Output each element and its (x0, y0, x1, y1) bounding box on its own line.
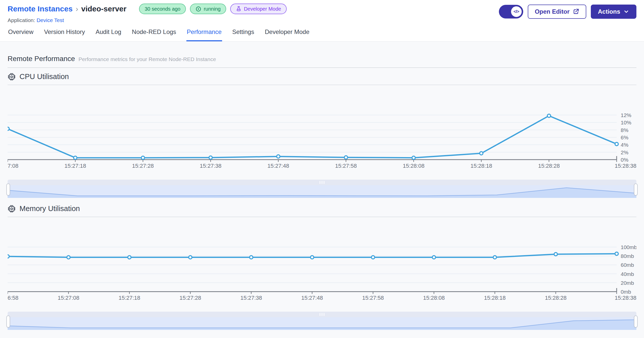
cpu-chip-icon (8, 73, 16, 81)
status-badges: 30 seconds ago running (139, 4, 287, 14)
application-link[interactable]: Device Test (36, 17, 64, 23)
tab-audit-log[interactable]: Audit Log (95, 23, 122, 41)
svg-text:100mb: 100mb (621, 244, 636, 250)
svg-text:15:27:58: 15:27:58 (362, 295, 384, 301)
cpu-brush-grip[interactable] (8, 180, 636, 185)
svg-text:40mb: 40mb (621, 271, 634, 277)
code-icon: </> (511, 6, 522, 17)
cpu-brush (8, 180, 636, 198)
svg-text:0mb: 0mb (621, 289, 631, 295)
developer-mode-toggle[interactable]: </> (499, 5, 523, 18)
play-circle-icon (196, 6, 201, 12)
cpu-brush-handle-left[interactable] (6, 183, 10, 196)
cpu-brush-handle-right[interactable] (634, 183, 638, 196)
status-label: running (204, 6, 221, 12)
application-row: Application: Device Test (8, 17, 287, 23)
developer-mode-badge: Developer Mode (230, 4, 287, 14)
cpu-chart[interactable]: 0%2%4%6%8%10%12%7:0815:27:1815:27:2815:2… (8, 86, 636, 171)
svg-text:15:27:48: 15:27:48 (301, 295, 323, 301)
svg-text:15:27:38: 15:27:38 (240, 295, 262, 301)
page-title: Remote Performance (8, 55, 75, 63)
tab-version-history[interactable]: Version History (44, 23, 85, 41)
performance-panel: Remote Performance Performance metrics f… (0, 42, 644, 338)
memory-brush-handle-left[interactable] (6, 315, 10, 328)
tab-bar: Overview Version History Audit Log Node-… (0, 23, 644, 42)
svg-text:15:27:18: 15:27:18 (64, 163, 86, 169)
svg-text:6%: 6% (621, 135, 628, 140)
divider (8, 217, 636, 217)
svg-text:15:27:48: 15:27:48 (267, 163, 289, 169)
developer-mode-label: Developer Mode (244, 6, 281, 12)
svg-text:0%: 0% (621, 157, 628, 163)
topbar-actions: </> Open Editor Actions (499, 5, 636, 19)
breadcrumb-current: video-server (81, 5, 126, 13)
actions-button[interactable]: Actions (591, 5, 636, 19)
svg-text:20mb: 20mb (621, 280, 634, 286)
svg-text:10%: 10% (621, 120, 631, 125)
external-link-icon (573, 8, 579, 15)
svg-text:7:08: 7:08 (8, 163, 18, 169)
status-badge: running (190, 4, 226, 14)
svg-text:15:28:18: 15:28:18 (471, 163, 492, 169)
svg-text:15:27:08: 15:27:08 (58, 295, 80, 301)
page: Remote Instances › video-server 30 secon… (0, 0, 644, 338)
memory-brush-minichart (8, 317, 636, 330)
svg-text:15:27:28: 15:27:28 (132, 163, 154, 169)
memory-brush-area[interactable] (8, 317, 636, 330)
application-label: Application: (8, 17, 35, 23)
svg-text:12%: 12% (621, 112, 631, 118)
tab-developer-mode[interactable]: Developer Mode (264, 23, 310, 41)
tab-performance[interactable]: Performance (186, 23, 222, 41)
svg-text:8%: 8% (621, 127, 628, 133)
divider (8, 67, 636, 68)
memory-chart-title: Memory Utilisation (19, 204, 80, 213)
page-subtitle: Performance metrics for your Remote Node… (79, 56, 216, 62)
memory-brush-handle-right[interactable] (634, 315, 638, 328)
divider (8, 85, 636, 85)
memory-section-header: Memory Utilisation (8, 204, 636, 213)
svg-text:6:58: 6:58 (8, 295, 18, 301)
flask-icon (236, 6, 242, 12)
topbar-left: Remote Instances › video-server 30 secon… (8, 4, 287, 23)
breadcrumb-separator: › (76, 5, 78, 13)
memory-brush (8, 312, 636, 330)
tab-overview[interactable]: Overview (8, 23, 34, 41)
svg-text:15:28:08: 15:28:08 (403, 163, 425, 169)
svg-text:15:27:18: 15:27:18 (119, 295, 140, 301)
svg-text:60mb: 60mb (621, 262, 634, 268)
cpu-brush-area[interactable] (8, 185, 636, 198)
svg-text:15:28:28: 15:28:28 (545, 295, 567, 301)
svg-text:15:28:38: 15:28:38 (615, 163, 636, 169)
svg-text:15:27:58: 15:27:58 (335, 163, 357, 169)
svg-text:15:27:28: 15:27:28 (180, 295, 201, 301)
memory-brush-grip[interactable] (8, 312, 636, 317)
last-seen-label: 30 seconds ago (145, 6, 180, 12)
cpu-brush-minichart (8, 185, 636, 198)
tab-node-red-logs[interactable]: Node-RED Logs (131, 23, 177, 41)
last-seen-badge: 30 seconds ago (139, 4, 186, 14)
cpu-chip-icon (8, 205, 16, 213)
svg-text:15:27:38: 15:27:38 (200, 163, 222, 169)
svg-text:80mb: 80mb (621, 253, 634, 259)
svg-text:15:28:18: 15:28:18 (484, 295, 506, 301)
svg-text:15:28:28: 15:28:28 (538, 163, 560, 169)
chevron-down-icon (623, 9, 629, 15)
breadcrumb: Remote Instances › video-server 30 secon… (8, 4, 287, 14)
cpu-section-header: CPU Utilisation (8, 72, 636, 81)
topbar: Remote Instances › video-server 30 secon… (0, 0, 644, 23)
open-editor-label: Open Editor (535, 8, 570, 15)
tab-settings[interactable]: Settings (232, 23, 255, 41)
cpu-chart-title: CPU Utilisation (19, 72, 69, 81)
open-editor-button[interactable]: Open Editor (528, 5, 586, 19)
breadcrumb-parent-link[interactable]: Remote Instances (8, 5, 73, 13)
svg-text:2%: 2% (621, 149, 628, 155)
svg-text:4%: 4% (621, 142, 628, 148)
memory-chart[interactable]: 0mb20mb40mb60mb80mb100mb6:5815:27:0815:2… (8, 218, 636, 303)
svg-text:15:28:08: 15:28:08 (423, 295, 445, 301)
svg-text:15:28:38: 15:28:38 (615, 295, 636, 301)
actions-label: Actions (598, 8, 620, 15)
